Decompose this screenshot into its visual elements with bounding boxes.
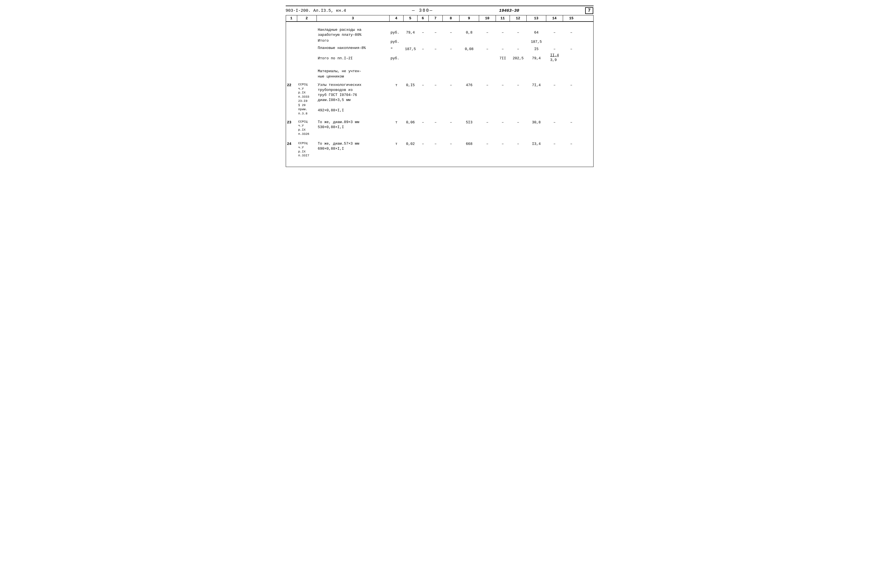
- cell-23-c7: –: [429, 119, 443, 137]
- cell-24-c13: I3,4: [527, 141, 546, 158]
- cell-r3-c5: 187,5: [404, 45, 418, 52]
- cell-24-c10: –: [479, 141, 496, 158]
- page-header: 903-I-200. Ал.I3.5, кн.4 — 380— 19463-30…: [286, 6, 594, 15]
- cell-sh-c4: [389, 68, 404, 80]
- cell-r4-c8: [443, 52, 460, 64]
- cell-r2-c1: [286, 38, 297, 45]
- cell-r1-c7: –: [429, 27, 443, 38]
- cell-r2-c6: [418, 38, 429, 45]
- cell-r3-c7: –: [429, 45, 443, 52]
- row-planned: Плановые накопления–8% " 187,5 – – – 0,0…: [286, 45, 593, 52]
- cell-24-c8: –: [443, 141, 460, 158]
- col-header-1: 1: [286, 15, 297, 21]
- cell-24-c7: –: [429, 141, 443, 158]
- cell-r2-c7: [429, 38, 443, 45]
- row-24: 24 ССРСЦч.Ур.IXп.33I7 То же, диам.57×3 м…: [286, 141, 593, 158]
- cell-23-c8: –: [443, 119, 460, 137]
- cell-sh-c3: Материалы, не учтен-ные ценником: [317, 68, 389, 80]
- cell-r1-c2: [297, 27, 317, 38]
- cell-r2-c9: [460, 38, 479, 45]
- doc-ref: 903-I-200. Ал.I3.5, кн.4: [286, 8, 346, 13]
- cell-23-c15: –: [563, 119, 580, 137]
- cell-r1-c12: –: [510, 27, 527, 38]
- cell-r4-c15: [563, 52, 580, 64]
- cell-23-c6: –: [418, 119, 429, 137]
- cell-r1-c15: –: [563, 27, 580, 38]
- cell-r3-c11: –: [496, 45, 510, 52]
- cell-r4-c10: [479, 52, 496, 64]
- cell-r4-c12: 202,5: [510, 52, 527, 64]
- cell-22-c6: –: [418, 82, 429, 116]
- row-itogo1: Итого руб. 187,5: [286, 38, 593, 45]
- cell-r3-c4: ": [389, 45, 404, 52]
- cell-r1-c14: –: [546, 27, 563, 38]
- cell-r2-c5: [404, 38, 418, 45]
- cell-22-c1: 22: [286, 82, 297, 116]
- cell-r3-c3: Плановые накопления–8%: [317, 45, 389, 52]
- cell-r4-c13: 79,4: [527, 52, 546, 64]
- cell-r4-c11: 7II: [496, 52, 510, 64]
- cell-r2-c10: [479, 38, 496, 45]
- cell-23-c12: –: [510, 119, 527, 137]
- cell-r2-c2: [297, 38, 317, 45]
- cell-22-c4: т: [389, 82, 404, 116]
- cell-r4-c14: II,43,9: [546, 52, 563, 64]
- cell-r1-c3: Накладные расходы назаработную плату–80%: [317, 27, 389, 38]
- cell-23-c9: 5I3: [460, 119, 479, 137]
- cell-r1-c8: –: [443, 27, 460, 38]
- cell-24-c15: –: [563, 141, 580, 158]
- col-header-5: 5: [404, 15, 418, 21]
- cell-24-c1: 24: [286, 141, 297, 158]
- col-header-10: 10: [479, 15, 496, 21]
- cell-r2-c11: [496, 38, 510, 45]
- row-23: 23 ССРСЦч.Ур.IXп.3326 То же, диам.89×3 м…: [286, 119, 593, 137]
- cell-22-c5: 0,I5: [404, 82, 418, 116]
- cell-24-c12: –: [510, 141, 527, 158]
- col-header-12: 12: [510, 15, 527, 21]
- cell-r2-c15: [563, 38, 580, 45]
- cell-r4-c9: [460, 52, 479, 64]
- col-header-3: 3: [317, 15, 389, 21]
- cell-23-c11: –: [496, 119, 510, 137]
- cell-r1-c6: –: [418, 27, 429, 38]
- cell-22-c14: –: [546, 82, 563, 116]
- cell-r4-c2: [297, 52, 317, 64]
- cell-sh-c2: [297, 68, 317, 80]
- cell-r2-c3: Итого: [317, 38, 389, 45]
- content-area: Накладные расходы назаработную плату–80%…: [286, 22, 594, 167]
- cell-22-c11: –: [496, 82, 510, 116]
- doc-num: 19463-30: [499, 8, 519, 13]
- cell-24-c9: 668: [460, 141, 479, 158]
- cell-r1-c4: руб.: [389, 27, 404, 38]
- cell-r1-c13: 64: [527, 27, 546, 38]
- col-header-15: 15: [563, 15, 580, 21]
- cell-24-c14: –: [546, 141, 563, 158]
- cell-r3-c14: –: [546, 45, 563, 52]
- cell-24-c5: 0,02: [404, 141, 418, 158]
- cell-r3-c15: –: [563, 45, 580, 52]
- cell-23-c13: 30,8: [527, 119, 546, 137]
- cell-22-c8: –: [443, 82, 460, 116]
- col-header-9: 9: [460, 15, 479, 21]
- cell-r2-c4: руб.: [389, 38, 404, 45]
- cell-r1-c1: [286, 27, 297, 38]
- row-22: 22 ССРСЦч.Ур.IXп.333323–I0§ 29прим.п.3.8…: [286, 82, 593, 116]
- col-header-7: 7: [429, 15, 443, 21]
- cell-22-c2: ССРСЦч.Ур.IXп.333323–I0§ 29прим.п.3.8: [297, 82, 317, 116]
- page-container: 903-I-200. Ал.I3.5, кн.4 — 380— 19463-30…: [286, 6, 594, 167]
- col-header-8: 8: [443, 15, 460, 21]
- cell-r3-c2: [297, 45, 317, 52]
- cell-22-c3: Узлы технологическихтрубопроводов изтруб…: [317, 82, 389, 116]
- cell-r2-c13: 187,5: [527, 38, 546, 45]
- cell-r4-c4: руб.: [389, 52, 404, 64]
- cell-22-c10: –: [479, 82, 496, 116]
- cell-24-c3: То же, диам.57×3 мм690×0,88×I,I: [317, 141, 389, 158]
- cell-r3-c10: –: [479, 45, 496, 52]
- page-num: 7: [585, 7, 594, 14]
- cell-22-c12: –: [510, 82, 527, 116]
- cell-r1-c10: –: [479, 27, 496, 38]
- col-header-11: 11: [496, 15, 510, 21]
- cell-sh-c1: [286, 68, 297, 80]
- col-header-13: 13: [527, 15, 546, 21]
- cell-22-c13: 7I,4: [527, 82, 546, 116]
